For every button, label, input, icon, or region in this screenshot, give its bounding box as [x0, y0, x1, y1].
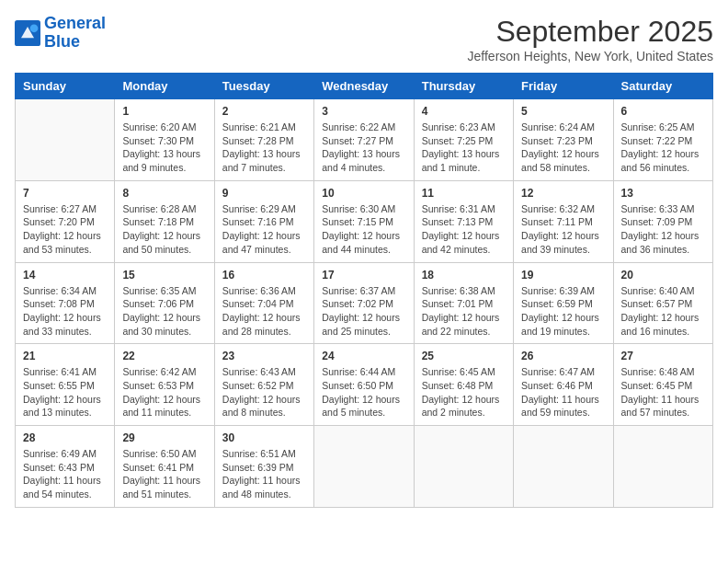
day-detail: Sunrise: 6:24 AM Sunset: 7:23 PM Dayligh… — [521, 121, 605, 175]
day-detail: Sunrise: 6:31 AM Sunset: 7:13 PM Dayligh… — [422, 202, 506, 257]
day-number: 23 — [222, 350, 306, 362]
day-cell: 5Sunrise: 6:24 AM Sunset: 7:23 PM Daylig… — [514, 99, 613, 181]
day-detail: Sunrise: 6:51 AM Sunset: 6:39 PM Dayligh… — [222, 447, 306, 501]
day-detail: Sunrise: 6:40 AM Sunset: 6:57 PM Dayligh… — [621, 284, 705, 339]
logo-text: General Blue — [44, 15, 106, 52]
day-cell: 20Sunrise: 6:40 AM Sunset: 6:57 PM Dayli… — [613, 262, 712, 344]
day-cell — [613, 426, 712, 508]
day-cell: 17Sunrise: 6:37 AM Sunset: 7:02 PM Dayli… — [314, 262, 414, 344]
day-number: 17 — [322, 269, 405, 282]
month-title: September 2025 — [468, 15, 713, 49]
day-number: 25 — [422, 350, 506, 362]
day-number: 26 — [521, 350, 605, 362]
day-detail: Sunrise: 6:43 AM Sunset: 6:52 PM Dayligh… — [222, 365, 306, 419]
day-detail: Sunrise: 6:49 AM Sunset: 6:43 PM Dayligh… — [23, 447, 107, 501]
day-number: 1 — [122, 105, 206, 118]
header-cell-friday: Friday — [514, 74, 613, 99]
day-detail: Sunrise: 6:39 AM Sunset: 6:59 PM Dayligh… — [521, 284, 605, 339]
page-header: General Blue September 2025 Jefferson He… — [15, 15, 713, 63]
week-row-3: 21Sunrise: 6:41 AM Sunset: 6:55 PM Dayli… — [16, 344, 713, 426]
day-number: 3 — [322, 105, 405, 118]
logo: General Blue — [15, 15, 106, 52]
day-number: 28 — [23, 431, 107, 444]
day-number: 8 — [122, 187, 206, 200]
day-cell: 12Sunrise: 6:32 AM Sunset: 7:11 PM Dayli… — [514, 180, 613, 262]
day-cell: 27Sunrise: 6:48 AM Sunset: 6:45 PM Dayli… — [613, 344, 712, 426]
day-cell: 29Sunrise: 6:50 AM Sunset: 6:41 PM Dayli… — [115, 426, 214, 508]
day-cell: 6Sunrise: 6:25 AM Sunset: 7:22 PM Daylig… — [613, 99, 712, 181]
day-number: 29 — [122, 431, 206, 444]
day-number: 14 — [23, 269, 107, 282]
day-number: 9 — [222, 187, 306, 200]
header-cell-sunday: Sunday — [16, 74, 115, 99]
day-detail: Sunrise: 6:28 AM Sunset: 7:18 PM Dayligh… — [122, 202, 206, 257]
day-detail: Sunrise: 6:45 AM Sunset: 6:48 PM Dayligh… — [422, 365, 506, 419]
day-cell: 15Sunrise: 6:35 AM Sunset: 7:06 PM Dayli… — [115, 262, 214, 344]
day-number: 24 — [322, 350, 405, 362]
day-cell: 2Sunrise: 6:21 AM Sunset: 7:28 PM Daylig… — [214, 99, 313, 181]
day-number: 18 — [422, 269, 506, 282]
day-detail: Sunrise: 6:29 AM Sunset: 7:16 PM Dayligh… — [222, 202, 306, 257]
day-detail: Sunrise: 6:47 AM Sunset: 6:46 PM Dayligh… — [521, 365, 605, 419]
day-number: 7 — [23, 187, 107, 200]
calendar: SundayMondayTuesdayWednesdayThursdayFrid… — [15, 73, 713, 508]
day-detail: Sunrise: 6:22 AM Sunset: 7:27 PM Dayligh… — [322, 121, 405, 175]
day-number: 6 — [621, 105, 705, 118]
day-cell: 21Sunrise: 6:41 AM Sunset: 6:55 PM Dayli… — [16, 344, 115, 426]
day-number: 20 — [621, 269, 705, 282]
day-detail: Sunrise: 6:25 AM Sunset: 7:22 PM Dayligh… — [621, 121, 705, 175]
day-number: 21 — [23, 350, 107, 362]
day-number: 13 — [621, 187, 705, 200]
day-cell: 16Sunrise: 6:36 AM Sunset: 7:04 PM Dayli… — [214, 262, 313, 344]
day-number: 2 — [222, 105, 306, 118]
day-detail: Sunrise: 6:32 AM Sunset: 7:11 PM Dayligh… — [521, 202, 605, 257]
day-number: 11 — [422, 187, 506, 200]
location: Jefferson Heights, New York, United Stat… — [468, 49, 713, 63]
day-cell: 14Sunrise: 6:34 AM Sunset: 7:08 PM Dayli… — [16, 262, 115, 344]
day-detail: Sunrise: 6:20 AM Sunset: 7:30 PM Dayligh… — [122, 121, 206, 175]
day-number: 15 — [122, 269, 206, 282]
day-detail: Sunrise: 6:27 AM Sunset: 7:20 PM Dayligh… — [23, 202, 107, 257]
day-cell — [314, 426, 414, 508]
day-detail: Sunrise: 6:33 AM Sunset: 7:09 PM Dayligh… — [621, 202, 705, 257]
week-row-2: 14Sunrise: 6:34 AM Sunset: 7:08 PM Dayli… — [16, 262, 713, 344]
day-detail: Sunrise: 6:48 AM Sunset: 6:45 PM Dayligh… — [621, 365, 705, 419]
day-detail: Sunrise: 6:42 AM Sunset: 6:53 PM Dayligh… — [122, 365, 206, 419]
day-cell — [414, 426, 513, 508]
day-cell: 22Sunrise: 6:42 AM Sunset: 6:53 PM Dayli… — [115, 344, 214, 426]
day-detail: Sunrise: 6:37 AM Sunset: 7:02 PM Dayligh… — [322, 284, 405, 339]
day-number: 19 — [521, 269, 605, 282]
day-number: 22 — [122, 350, 206, 362]
logo-icon — [15, 20, 40, 46]
day-cell: 30Sunrise: 6:51 AM Sunset: 6:39 PM Dayli… — [214, 426, 313, 508]
day-cell: 1Sunrise: 6:20 AM Sunset: 7:30 PM Daylig… — [115, 99, 214, 181]
day-cell: 26Sunrise: 6:47 AM Sunset: 6:46 PM Dayli… — [514, 344, 613, 426]
header-cell-saturday: Saturday — [613, 74, 712, 99]
day-cell: 28Sunrise: 6:49 AM Sunset: 6:43 PM Dayli… — [16, 426, 115, 508]
day-detail: Sunrise: 6:34 AM Sunset: 7:08 PM Dayligh… — [23, 284, 107, 339]
header-cell-tuesday: Tuesday — [214, 74, 313, 99]
week-row-1: 7Sunrise: 6:27 AM Sunset: 7:20 PM Daylig… — [16, 180, 713, 262]
day-cell: 4Sunrise: 6:23 AM Sunset: 7:25 PM Daylig… — [414, 99, 513, 181]
week-row-4: 28Sunrise: 6:49 AM Sunset: 6:43 PM Dayli… — [16, 426, 713, 508]
day-detail: Sunrise: 6:35 AM Sunset: 7:06 PM Dayligh… — [122, 284, 206, 339]
logo-line2: Blue — [44, 32, 80, 51]
day-number: 10 — [322, 187, 405, 200]
day-cell: 25Sunrise: 6:45 AM Sunset: 6:48 PM Dayli… — [414, 344, 513, 426]
day-cell: 7Sunrise: 6:27 AM Sunset: 7:20 PM Daylig… — [16, 180, 115, 262]
logo-line1: General — [44, 14, 106, 32]
calendar-body: 1Sunrise: 6:20 AM Sunset: 7:30 PM Daylig… — [16, 99, 713, 508]
day-detail: Sunrise: 6:38 AM Sunset: 7:01 PM Dayligh… — [422, 284, 506, 339]
day-cell: 23Sunrise: 6:43 AM Sunset: 6:52 PM Dayli… — [214, 344, 313, 426]
day-cell — [16, 99, 115, 181]
header-row: SundayMondayTuesdayWednesdayThursdayFrid… — [16, 74, 713, 99]
day-cell: 8Sunrise: 6:28 AM Sunset: 7:18 PM Daylig… — [115, 180, 214, 262]
day-number: 5 — [521, 105, 605, 118]
header-cell-monday: Monday — [115, 74, 214, 99]
day-cell — [514, 426, 613, 508]
day-detail: Sunrise: 6:23 AM Sunset: 7:25 PM Dayligh… — [422, 121, 506, 175]
day-number: 27 — [621, 350, 705, 362]
svg-point-2 — [30, 24, 39, 32]
day-number: 30 — [222, 431, 306, 444]
day-number: 4 — [422, 105, 506, 118]
